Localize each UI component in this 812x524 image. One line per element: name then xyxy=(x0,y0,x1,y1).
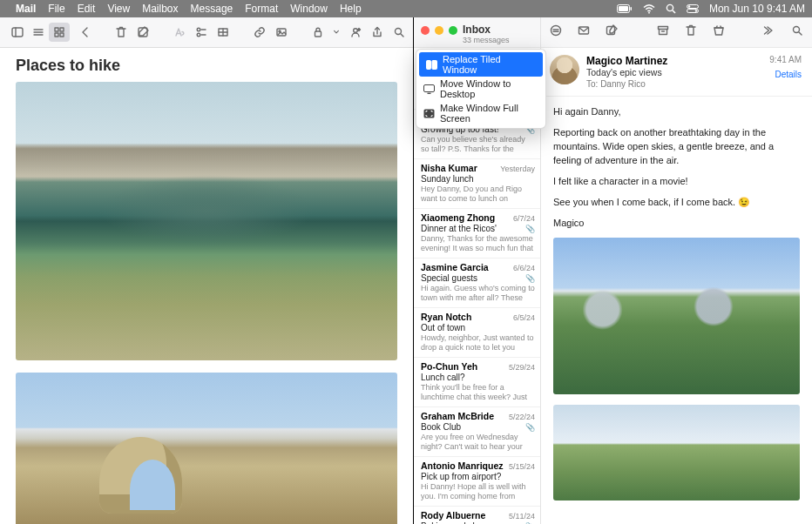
menu-message[interactable]: Message xyxy=(191,3,233,15)
more-icon[interactable] xyxy=(763,24,775,40)
svg-point-35 xyxy=(396,29,402,35)
trash-icon[interactable] xyxy=(115,23,128,42)
menu-edit[interactable]: Edit xyxy=(78,3,96,15)
minimize-window-button[interactable] xyxy=(435,26,443,35)
note-title: Places to hike xyxy=(16,57,397,75)
conversation-icon[interactable] xyxy=(550,24,562,40)
search-icon[interactable] xyxy=(393,23,406,42)
note-photo-1 xyxy=(16,82,397,360)
wifi-icon[interactable] xyxy=(643,4,655,14)
svg-rect-10 xyxy=(12,28,23,37)
app-menu[interactable]: Mail xyxy=(16,3,36,15)
message-row[interactable]: Rody Albuerne5/11/24Baking workshop📎Hell… xyxy=(414,507,540,524)
archive-icon[interactable] xyxy=(657,24,669,40)
control-center-icon[interactable] xyxy=(687,4,699,13)
menu-fullscreen-label: Make Window Full Screen xyxy=(440,103,538,124)
body-p2: Reporting back on another breathtaking d… xyxy=(553,126,800,168)
svg-rect-16 xyxy=(60,28,64,31)
window-controls xyxy=(421,26,457,35)
menu-mailbox[interactable]: Mailbox xyxy=(142,3,178,15)
svg-rect-18 xyxy=(60,33,64,37)
svg-point-3 xyxy=(648,11,650,13)
svg-rect-15 xyxy=(55,28,58,31)
menu-view[interactable]: View xyxy=(107,3,130,15)
sender-avatar[interactable] xyxy=(550,55,579,84)
notes-window: Places to hike xyxy=(0,17,414,524)
fullscreen-window-button[interactable] xyxy=(449,26,457,35)
svg-rect-30 xyxy=(315,31,321,37)
details-link[interactable]: Details xyxy=(769,70,802,79)
svg-rect-41 xyxy=(424,109,435,118)
link-icon[interactable] xyxy=(253,23,266,42)
svg-line-50 xyxy=(716,26,717,28)
new-message-icon[interactable] xyxy=(606,24,618,40)
menu-move-desktop[interactable]: Move Window to Desktop xyxy=(416,77,545,101)
grid-view-icon[interactable] xyxy=(49,23,70,42)
attachment-photo-1[interactable] xyxy=(553,238,800,394)
inbox-title: Inbox xyxy=(463,24,535,36)
svg-line-53 xyxy=(799,32,802,35)
compose-icon[interactable] xyxy=(137,23,150,42)
body-p3: I felt like a character in a movie! xyxy=(553,175,800,189)
list-view-icon[interactable] xyxy=(28,23,49,42)
message-row[interactable]: Graham McBride5/22/24Book Club📎Are you f… xyxy=(414,407,540,457)
sidebar-toggle-icon[interactable] xyxy=(7,23,28,42)
menu-fullscreen[interactable]: Make Window Full Screen xyxy=(416,101,545,125)
spotlight-icon[interactable] xyxy=(666,3,676,14)
svg-line-51 xyxy=(721,26,721,28)
message-header: Magico Martinez Today's epic views To: D… xyxy=(541,48,812,97)
message-row[interactable]: Ryan Notch6/5/24Out of townHowdy, neighb… xyxy=(414,308,540,358)
menu-help[interactable]: Help xyxy=(340,3,362,15)
svg-point-4 xyxy=(667,4,673,10)
message-row[interactable]: Jasmine Garcia6/6/24Special guests📎Hi ag… xyxy=(414,259,540,308)
svg-rect-47 xyxy=(658,27,667,30)
svg-rect-38 xyxy=(432,60,437,69)
sender-name: Magico Martinez xyxy=(586,55,762,67)
note-body: Places to hike xyxy=(0,48,413,524)
macos-menubar: Mail File Edit View Mailbox Message Form… xyxy=(0,0,812,17)
message-row[interactable]: Xiaomeng Zhong6/7/24Dinner at the Ricos'… xyxy=(414,209,540,259)
junk-icon[interactable] xyxy=(713,24,725,40)
svg-point-52 xyxy=(794,27,800,33)
delete-icon[interactable] xyxy=(685,24,697,40)
mail-toolbar xyxy=(541,17,812,48)
svg-point-7 xyxy=(688,5,690,7)
message-row[interactable]: Nisha KumarYesterdaySunday lunchHey Dann… xyxy=(414,159,540,209)
note-photo-2 xyxy=(16,373,397,524)
menu-file[interactable]: File xyxy=(48,3,64,15)
svg-rect-37 xyxy=(427,60,431,69)
search-mail-icon[interactable] xyxy=(791,24,803,40)
attachment-photo-2[interactable] xyxy=(553,405,800,500)
back-icon[interactable] xyxy=(78,23,91,42)
chevron-down-icon[interactable] xyxy=(333,23,340,42)
menu-replace-tiled-label: Replace Tiled Window xyxy=(443,54,536,75)
svg-point-31 xyxy=(354,29,358,33)
menubar-clock[interactable]: Mon Jun 10 9:41 AM xyxy=(709,3,805,15)
svg-point-9 xyxy=(695,10,697,11)
message-row[interactable]: Po-Chun Yeh5/29/24Lunch call?Think you'l… xyxy=(414,358,540,407)
mark-read-icon[interactable] xyxy=(578,24,590,40)
table-icon[interactable] xyxy=(217,23,230,42)
body-p4: See you when I come back, if I come back… xyxy=(553,196,800,210)
svg-rect-2 xyxy=(630,7,632,10)
lock-icon[interactable] xyxy=(311,23,324,42)
notes-toolbar xyxy=(0,17,413,48)
share-icon[interactable] xyxy=(371,23,384,42)
close-window-button[interactable] xyxy=(421,26,430,35)
collaborate-icon[interactable] xyxy=(348,23,362,42)
svg-line-36 xyxy=(401,34,403,37)
message-body: Hi again Danny, Reporting back on anothe… xyxy=(541,97,812,524)
mail-window: Inbox 33 messages Replace Tiled Window M… xyxy=(414,17,812,524)
svg-line-5 xyxy=(673,10,675,13)
svg-point-23 xyxy=(197,33,200,37)
svg-rect-39 xyxy=(424,84,435,91)
menu-replace-tiled[interactable]: Replace Tiled Window xyxy=(419,52,543,77)
format-text-icon xyxy=(173,23,186,42)
photos-icon[interactable] xyxy=(275,23,288,42)
inbox-message-count: 33 messages xyxy=(463,36,535,44)
checklist-icon[interactable] xyxy=(195,23,208,42)
menu-window[interactable]: Window xyxy=(290,3,328,15)
battery-icon[interactable] xyxy=(617,4,633,13)
message-row[interactable]: Antonio Manriquez5/15/24Pick up from air… xyxy=(414,457,540,507)
menu-format[interactable]: Format xyxy=(245,3,278,15)
